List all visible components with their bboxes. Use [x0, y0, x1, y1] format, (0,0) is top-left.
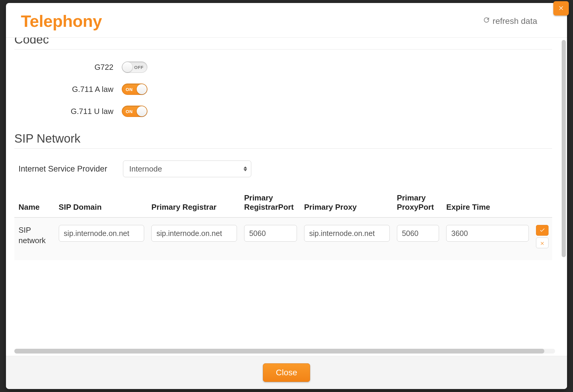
horizontal-scrollbar[interactable]: [14, 349, 555, 354]
col-name: Name: [14, 190, 55, 217]
registrar-port-input[interactable]: [244, 225, 297, 242]
table-row: SIP network: [14, 217, 552, 260]
toggle-g711u[interactable]: ON: [122, 106, 147, 117]
expire-time-input[interactable]: [446, 225, 529, 242]
scroll-thumb[interactable]: [14, 349, 544, 354]
row-actions: [536, 225, 549, 248]
codec-label: G.711 A law: [14, 85, 122, 94]
section-title-codec: Codec: [14, 38, 552, 49]
isp-select-wrapper: Internode: [123, 160, 251, 177]
vertical-scrollbar[interactable]: [561, 40, 566, 342]
toggle-knob: [122, 62, 133, 72]
refresh-label: refresh data: [493, 16, 537, 26]
toggle-g711a[interactable]: ON: [122, 84, 147, 95]
table-header-row: Name SIP Domain Primary Registrar Primar…: [14, 190, 552, 217]
codec-row-g711u: G.711 U law ON: [14, 106, 552, 117]
toggle-state-text: OFF: [134, 65, 144, 70]
codec-label: G.711 U law: [14, 107, 122, 116]
isp-row: Internet Service Provider Internode: [14, 160, 552, 177]
isp-select[interactable]: Internode: [123, 160, 251, 177]
toggle-state-text: ON: [126, 87, 133, 92]
row-name: SIP network: [14, 217, 55, 260]
proxy-port-input[interactable]: [397, 225, 439, 242]
modal-footer: Close: [6, 356, 567, 389]
col-proxy: Primary Proxy: [300, 190, 393, 217]
codec-settings: G722 OFF G.711 A law ON G.711 U law: [14, 61, 552, 117]
telephony-modal: Telephony refresh data Codec G722 OFF: [6, 3, 567, 389]
close-button[interactable]: Close: [263, 363, 310, 382]
col-expire: Expire Time: [442, 190, 532, 217]
page-title: Telephony: [21, 11, 102, 31]
check-icon: [539, 226, 545, 235]
close-icon: [540, 238, 545, 248]
col-registrar: Primary Registrar: [147, 190, 240, 217]
toggle-knob: [137, 106, 147, 116]
modal-body: Codec G722 OFF G.711 A law ON: [6, 38, 567, 356]
codec-label: G722: [14, 63, 122, 72]
row-cancel-button[interactable]: [536, 237, 549, 248]
modal-header: Telephony refresh data: [6, 3, 567, 38]
col-registrar-port: Primary RegistrarPort: [240, 190, 300, 217]
row-confirm-button[interactable]: [536, 225, 549, 236]
close-icon: [558, 5, 564, 12]
codec-row-g722: G722 OFF: [14, 61, 552, 73]
section-title-sip: SIP Network: [14, 128, 552, 148]
refresh-icon: [483, 16, 490, 26]
sip-network-table: Name SIP Domain Primary Registrar Primar…: [14, 190, 552, 260]
toggle-state-text: ON: [126, 109, 133, 114]
modal-close-button[interactable]: [553, 1, 569, 16]
divider: [14, 148, 552, 149]
toggle-g722[interactable]: OFF: [122, 61, 147, 73]
col-proxy-port: Primary ProxyPort: [393, 190, 442, 217]
scroll-thumb[interactable]: [562, 40, 566, 257]
sip-domain-input[interactable]: [59, 225, 144, 242]
isp-label: Internet Service Provider: [19, 164, 123, 174]
col-sip-domain: SIP Domain: [55, 190, 147, 217]
registrar-input[interactable]: [151, 225, 237, 242]
refresh-data-link[interactable]: refresh data: [483, 16, 537, 26]
chevron-updown-icon: [244, 166, 247, 171]
toggle-knob: [137, 84, 147, 94]
codec-row-g711a: G.711 A law ON: [14, 84, 552, 95]
proxy-input[interactable]: [304, 225, 390, 242]
divider: [14, 49, 552, 50]
